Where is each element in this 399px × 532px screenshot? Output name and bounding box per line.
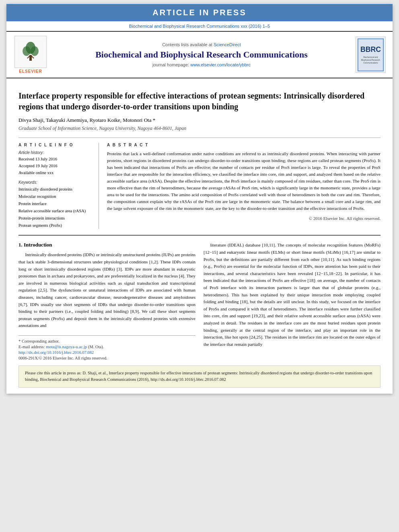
- contents-label: Contents lists available at: [162, 42, 212, 47]
- introduction-section: 1. Introduction Intrinsically disordered…: [19, 242, 380, 362]
- keyword-5: Protein-protein interactions: [19, 215, 93, 222]
- intro-right-para: literature (IDEAL) database [10,11]. The…: [204, 242, 380, 348]
- intro-heading: 1. Introduction: [19, 242, 195, 248]
- bottom-notice-text: Please cite this article in press as: D.…: [25, 371, 372, 382]
- page: ARTICLE IN PRESS Biochemical and Biophys…: [6, 4, 393, 394]
- accepted-date: Accepted 19 July 2016: [19, 163, 93, 170]
- keywords-list: Intrinsically disordered proteins Molecu…: [19, 186, 93, 229]
- elsevier-logo: ELSEVIER: [12, 36, 49, 74]
- article-info-abstract: A R T I C L E I N F O Article history: R…: [19, 138, 380, 229]
- svg-point-2: [23, 46, 31, 56]
- email-line: E-mail address: mota@is.nagoya-u.ac.jp (…: [19, 345, 195, 349]
- intro-left-para: Intrinsically disordered proteins (IDPs)…: [19, 251, 195, 329]
- article-title: Interface property responsible for effec…: [19, 90, 380, 112]
- svg-text:BBRC: BBRC: [360, 45, 380, 53]
- abstract-heading: A B S T R A C T: [107, 143, 380, 147]
- email-suffix: (M. Ota).: [88, 345, 104, 349]
- journal-ref-text: Biochemical and Biophysical Research Com…: [129, 24, 270, 29]
- keyword-1: Intrinsically disordered proteins: [19, 186, 93, 193]
- introduction-left: 1. Introduction Intrinsically disordered…: [19, 242, 195, 362]
- bottom-notice: Please cite this article in press as: D.…: [19, 366, 380, 388]
- article-body: Interface property responsible for effec…: [6, 78, 393, 394]
- svg-text:Biochemical and: Biochemical and: [363, 56, 378, 58]
- received-date: Received 13 July 2016: [19, 156, 93, 163]
- authors: Divya Shaji, Takayuki Amemiya, Ryotaro K…: [19, 117, 380, 123]
- intro-left-text: Intrinsically disordered proteins (IDPs)…: [19, 251, 195, 329]
- elsevier-logo-image: [14, 36, 47, 68]
- keyword-6: Protean segments (ProSs): [19, 222, 93, 229]
- journal-reference: Biochemical and Biophysical Research Com…: [6, 21, 393, 31]
- issn-line: 0006-291X/© 2016 Elsevier Inc. All right…: [19, 356, 195, 360]
- available-date: Available online xxx: [19, 170, 93, 177]
- intro-right-text: literature (IDEAL) database [10,11]. The…: [204, 242, 380, 348]
- banner-text: ARTICLE IN PRESS: [152, 8, 247, 17]
- bbrc-box: BBRC Biochemical and Biophysical Researc…: [356, 37, 386, 73]
- doi-line: http://dx.doi.org/10.1016/j.bbrc.2016.07…: [19, 350, 195, 355]
- keywords-label: Keywords:: [19, 180, 93, 185]
- header-center: Contents lists available at ScienceDirec…: [55, 42, 348, 67]
- abstract-column: A B S T R A C T Proteins that lack a wel…: [107, 143, 380, 229]
- history-label: Article history:: [19, 150, 93, 155]
- introduction-right: literature (IDEAL) database [10,11]. The…: [204, 242, 380, 362]
- footnote-area: * Corresponding author. E-mail address: …: [19, 335, 195, 360]
- keyword-3: Protein interface: [19, 200, 93, 207]
- elsevier-label: ELSEVIER: [19, 69, 42, 74]
- email-label: E-mail address:: [19, 345, 45, 349]
- affiliation: Graduate School of Information Science, …: [19, 125, 380, 131]
- corresponding-author: * Corresponding author.: [19, 339, 195, 343]
- bbrc-logo: BBRC Biochemical and Biophysical Researc…: [354, 37, 387, 73]
- journal-homepage: journal homepage: www.elsevier.com/locat…: [55, 62, 348, 67]
- svg-point-3: [31, 46, 39, 56]
- authors-text: Divya Shaji, Takayuki Amemiya, Ryotaro K…: [19, 117, 155, 123]
- journal-header: ELSEVIER Contents lists available at Sci…: [6, 31, 393, 78]
- homepage-url[interactable]: www.elsevier.com/locate/ybbrc: [190, 62, 251, 67]
- article-dates: Received 13 July 2016 Accepted 19 July 2…: [19, 156, 93, 176]
- copyright-line: © 2016 Elsevier Inc. All rights reserved…: [107, 216, 380, 221]
- sciencedirect-anchor[interactable]: ScienceDirect: [214, 42, 241, 47]
- abstract-text: Proteins that lack a well-defined confor…: [107, 150, 380, 212]
- keyword-4: Relative accessible surface area (rASA): [19, 207, 93, 215]
- svg-text:Communications: Communications: [363, 62, 378, 64]
- sciencedirect-link: Contents lists available at ScienceDirec…: [55, 42, 348, 47]
- svg-rect-7: [357, 38, 384, 72]
- email-link[interactable]: mota@is.nagoya-u.ac.jp: [46, 345, 87, 349]
- section-divider: [19, 235, 380, 236]
- svg-text:Biophysical Research: Biophysical Research: [361, 59, 380, 61]
- journal-title: Biochemical and Biophysical Research Com…: [55, 49, 348, 60]
- article-info-heading: A R T I C L E I N F O: [19, 143, 93, 147]
- keyword-2: Molecular recognition: [19, 193, 93, 200]
- article-in-press-banner: ARTICLE IN PRESS: [6, 4, 393, 21]
- doi-link[interactable]: http://dx.doi.org/10.1016/j.bbrc.2016.07…: [19, 350, 94, 355]
- article-info-column: A R T I C L E I N F O Article history: R…: [19, 143, 99, 229]
- homepage-label: journal homepage:: [152, 62, 189, 67]
